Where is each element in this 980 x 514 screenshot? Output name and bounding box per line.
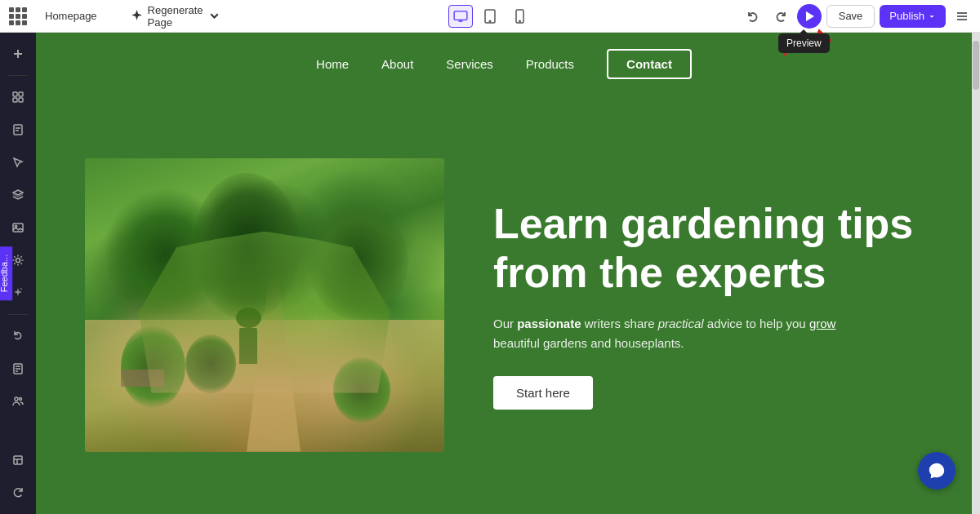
- hero-desc-prefix: Our: [493, 317, 517, 330]
- hero-section: Learn gardening tips from the experts Ou…: [36, 95, 972, 514]
- garden-photo: [85, 158, 444, 452]
- hero-title: Learn gardening tips from the experts: [493, 200, 923, 298]
- chat-icon: [928, 462, 946, 480]
- svg-point-6: [519, 20, 519, 21]
- scroll-thumb[interactable]: [973, 41, 979, 90]
- mobile-device-btn[interactable]: [507, 5, 532, 28]
- desktop-device-btn[interactable]: [448, 5, 473, 28]
- svg-rect-18: [14, 125, 22, 135]
- svg-point-30: [20, 398, 22, 401]
- homepage-tab-label: Homepage: [45, 10, 97, 22]
- regenerate-label: Regenerate Page: [148, 4, 203, 29]
- hero-desc-suffix: advice to help you: [704, 317, 809, 330]
- svg-rect-15: [19, 92, 23, 96]
- homepage-tab[interactable]: Homepage: [36, 7, 102, 25]
- sidebar-refresh-icon[interactable]: [3, 478, 33, 507]
- nav-home[interactable]: Home: [316, 57, 349, 71]
- redo-btn[interactable]: [769, 5, 792, 28]
- tablet-device-btn[interactable]: [478, 5, 502, 28]
- left-sidebar: Feedba...: [0, 33, 36, 514]
- svg-rect-2: [454, 11, 467, 20]
- hero-text-block: Learn gardening tips from the experts Ou…: [493, 200, 923, 410]
- sidebar-media-icon[interactable]: [3, 213, 33, 242]
- svg-point-29: [15, 397, 18, 401]
- hero-desc-middle: writers share: [581, 317, 658, 330]
- device-switcher: [448, 5, 532, 28]
- svg-point-24: [20, 288, 22, 290]
- regenerate-tab[interactable]: Regenerate Page: [125, 1, 226, 32]
- sidebar-pages-icon[interactable]: [3, 115, 33, 144]
- website-preview: Home About Services Products Contact: [36, 33, 972, 514]
- svg-rect-31: [14, 456, 22, 464]
- top-bar: Homepage Regenerate Page: [0, 0, 980, 33]
- hamburger-menu-btn[interactable]: [951, 5, 973, 28]
- apps-grid-icon[interactable]: [7, 5, 29, 28]
- sparkle-icon: [130, 9, 144, 23]
- history-tab[interactable]: [109, 13, 118, 20]
- sidebar-divider-1: [8, 75, 28, 76]
- nav-services[interactable]: Services: [446, 57, 493, 71]
- publish-button[interactable]: Publish: [880, 5, 946, 28]
- sidebar-undo-icon[interactable]: [3, 321, 33, 351]
- preview-btn-container: Preview: [797, 4, 822, 29]
- svg-point-23: [16, 259, 20, 263]
- undo-btn[interactable]: [742, 5, 764, 28]
- site-nav: Home About Services Products Contact: [36, 33, 972, 95]
- hero-desc-end: beautiful gardens and houseplants.: [493, 336, 684, 350]
- nav-products[interactable]: Products: [526, 57, 574, 71]
- hero-description: Our passionate writers share practical a…: [493, 314, 836, 353]
- sidebar-team-icon[interactable]: [3, 387, 33, 416]
- sidebar-history-icon[interactable]: [3, 445, 33, 475]
- chat-bubble-button[interactable]: [918, 452, 956, 490]
- hero-desc-link[interactable]: grow: [809, 317, 836, 330]
- feedback-tab[interactable]: Feedba...: [0, 246, 12, 300]
- sidebar-design-icon[interactable]: [3, 148, 33, 177]
- hero-desc-italic: practical: [658, 317, 704, 330]
- svg-rect-17: [19, 98, 23, 102]
- sidebar-layers-icon[interactable]: [3, 180, 33, 210]
- main-area: Feedba... Home About Services Products C…: [0, 33, 980, 514]
- start-here-button[interactable]: Start here: [493, 376, 593, 410]
- preview-btn[interactable]: [797, 4, 822, 29]
- chevron-down-icon: [207, 9, 221, 23]
- sidebar-divider-2: [8, 314, 28, 315]
- top-bar-right: Preview Save Publish: [742, 4, 973, 29]
- hero-desc-bold: passionate: [517, 317, 581, 330]
- sidebar-add-icon[interactable]: [3, 39, 33, 69]
- sidebar-elements-icon[interactable]: [3, 82, 33, 112]
- sidebar-notes-icon[interactable]: [3, 354, 33, 383]
- svg-marker-7: [806, 11, 814, 21]
- top-bar-left: Homepage Regenerate Page: [7, 1, 735, 32]
- nav-about[interactable]: About: [381, 57, 413, 71]
- save-button[interactable]: Save: [826, 5, 875, 28]
- hero-image: [85, 158, 444, 452]
- svg-rect-14: [13, 92, 17, 96]
- right-scrollbar[interactable]: [972, 33, 980, 514]
- nav-contact[interactable]: Contact: [607, 49, 692, 79]
- canvas-area: Home About Services Products Contact: [36, 33, 972, 514]
- svg-rect-16: [13, 98, 17, 102]
- svg-point-4: [489, 20, 491, 22]
